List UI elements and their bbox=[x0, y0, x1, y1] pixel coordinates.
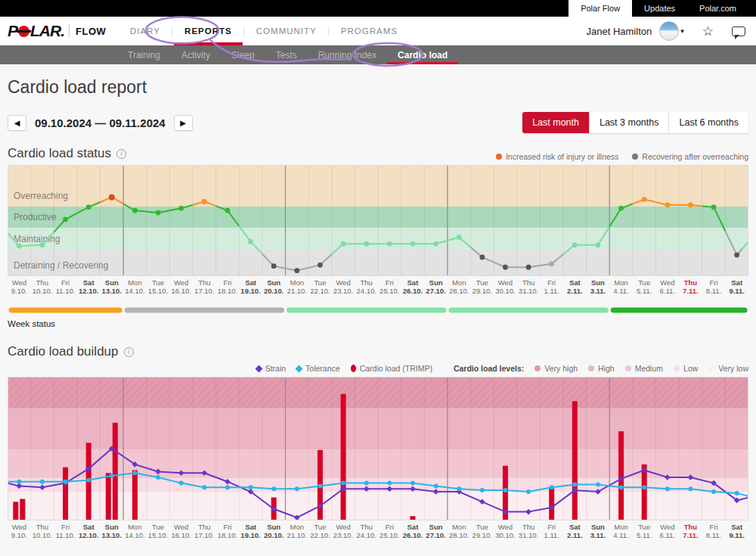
svg-text:Thu: Thu bbox=[522, 523, 534, 531]
medium-dot-icon bbox=[625, 365, 631, 371]
buildup-chart-svg[interactable]: Wed9.10.Thu10.10.Fri11.10.Sat12.10.Sun13… bbox=[8, 377, 748, 540]
svg-text:30.10.: 30.10. bbox=[495, 531, 515, 539]
svg-text:Sun: Sun bbox=[105, 523, 119, 531]
status-chart: OverreachingProductiveMaintainingDetrain… bbox=[8, 165, 748, 300]
svg-text:27.10.: 27.10. bbox=[426, 287, 445, 295]
svg-text:3.11.: 3.11. bbox=[590, 287, 606, 295]
svg-text:Maintaining: Maintaining bbox=[14, 234, 60, 244]
legend-very-low: Very low bbox=[708, 364, 748, 373]
svg-text:14.10.: 14.10. bbox=[125, 531, 144, 539]
subnav-item-sleep[interactable]: Sleep bbox=[221, 45, 265, 64]
legend-tolerance: Tolerance bbox=[296, 364, 340, 373]
svg-text:Fri: Fri bbox=[386, 278, 394, 287]
svg-text:17.10.: 17.10. bbox=[194, 287, 214, 295]
svg-text:11.10.: 11.10. bbox=[56, 287, 76, 295]
svg-text:Sat: Sat bbox=[407, 523, 420, 531]
svg-text:Sun: Sun bbox=[429, 523, 443, 531]
topbar-tab-polar-flow[interactable]: Polar Flow bbox=[569, 0, 632, 17]
svg-text:25.10.: 25.10. bbox=[380, 531, 399, 539]
svg-text:Wed: Wed bbox=[660, 523, 674, 531]
svg-text:31.10.: 31.10. bbox=[519, 531, 538, 539]
low-dot-icon bbox=[674, 365, 680, 371]
svg-text:Fri: Fri bbox=[386, 523, 394, 531]
svg-text:20.10.: 20.10. bbox=[264, 287, 284, 295]
user-name[interactable]: Janet Hamilton bbox=[587, 26, 652, 37]
svg-text:12.10.: 12.10. bbox=[79, 287, 98, 295]
svg-text:13.10.: 13.10. bbox=[102, 287, 122, 295]
svg-text:Tue: Tue bbox=[152, 278, 164, 287]
nav-item-diary[interactable]: DIARY bbox=[119, 17, 171, 45]
svg-text:Sat: Sat bbox=[407, 278, 420, 287]
legend-recovering: Recovering after overreaching bbox=[632, 152, 748, 161]
svg-text:Overreaching: Overreaching bbox=[14, 191, 68, 201]
favorites-star-icon[interactable]: ☆ bbox=[702, 23, 714, 39]
svg-text:Mon: Mon bbox=[128, 523, 141, 531]
svg-text:Sat: Sat bbox=[731, 278, 743, 287]
svg-text:Fri: Fri bbox=[547, 278, 556, 287]
svg-text:Tue: Tue bbox=[638, 278, 650, 287]
avatar[interactable] bbox=[659, 21, 679, 41]
range-last-3-months-button[interactable]: Last 3 months bbox=[589, 112, 669, 133]
nav-item-programs[interactable]: PROGRAMS bbox=[330, 17, 408, 45]
next-period-button[interactable]: ▶ bbox=[174, 115, 193, 131]
info-icon[interactable]: i bbox=[124, 347, 134, 357]
svg-text:Fri: Fri bbox=[61, 523, 70, 531]
status-heading: Cardio load status i bbox=[8, 146, 126, 161]
subnav-item-tests[interactable]: Tests bbox=[265, 45, 308, 64]
subnav-item-training[interactable]: Training bbox=[117, 45, 171, 64]
levels-label: Cardio load levels: bbox=[454, 364, 524, 373]
nav-item-reports[interactable]: REPORTS bbox=[174, 17, 243, 45]
buildup-section-header: Cardio load buildup i bbox=[8, 344, 748, 359]
subnav-item-activity[interactable]: Activity bbox=[171, 45, 221, 64]
nav-item-community[interactable]: COMMUNITY bbox=[246, 17, 327, 45]
svg-text:Sat: Sat bbox=[245, 523, 257, 531]
svg-text:Wed: Wed bbox=[174, 278, 188, 287]
page-content: Cardio load report ◀ 09.10.2024 — 09.11.… bbox=[0, 77, 756, 543]
reports-subnav: Training Activity Sleep Tests Running In… bbox=[0, 45, 756, 64]
range-last-6-months-button[interactable]: Last 6 months bbox=[668, 112, 748, 133]
svg-text:Fri: Fri bbox=[710, 278, 718, 287]
week-status-svg[interactable] bbox=[8, 307, 748, 313]
svg-text:13.10.: 13.10. bbox=[102, 531, 122, 539]
svg-text:Sat: Sat bbox=[569, 523, 581, 531]
subnav-item-running-index[interactable]: Running Index bbox=[308, 45, 387, 64]
svg-text:Wed: Wed bbox=[498, 278, 513, 287]
brand-divider bbox=[69, 24, 70, 38]
svg-text:3.11.: 3.11. bbox=[590, 531, 606, 539]
svg-text:30.10.: 30.10. bbox=[495, 287, 515, 295]
svg-text:22.10.: 22.10. bbox=[310, 287, 330, 295]
svg-text:26.10.: 26.10. bbox=[403, 287, 423, 295]
user-menu[interactable]: ▾ bbox=[659, 21, 684, 41]
svg-text:11.10.: 11.10. bbox=[56, 531, 76, 539]
svg-text:Thu: Thu bbox=[361, 278, 373, 287]
date-range-label: 09.10.2024 — 09.11.2024 bbox=[35, 116, 166, 129]
svg-text:Wed: Wed bbox=[336, 523, 350, 531]
info-icon[interactable]: i bbox=[116, 149, 126, 159]
svg-text:Fri: Fri bbox=[547, 523, 556, 531]
svg-text:Sat: Sat bbox=[731, 523, 743, 531]
status-chart-svg[interactable]: OverreachingProductiveMaintainingDetrain… bbox=[8, 165, 748, 297]
svg-text:16.10.: 16.10. bbox=[171, 287, 191, 295]
svg-text:Fri: Fri bbox=[223, 278, 231, 287]
svg-text:Wed: Wed bbox=[498, 523, 513, 531]
svg-text:22.10.: 22.10. bbox=[310, 531, 330, 539]
svg-text:23.10.: 23.10. bbox=[333, 287, 353, 295]
logo-rest: LAR. bbox=[30, 22, 64, 40]
status-legend: Increased risk of injury or illness Reco… bbox=[496, 152, 748, 161]
feedback-chat-icon[interactable] bbox=[732, 26, 745, 36]
svg-text:10.10.: 10.10. bbox=[33, 531, 52, 539]
prev-period-button[interactable]: ◀ bbox=[8, 115, 26, 131]
svg-text:Sun: Sun bbox=[591, 523, 605, 531]
svg-text:Sun: Sun bbox=[267, 523, 280, 531]
svg-text:28.10.: 28.10. bbox=[449, 287, 469, 295]
topbar-tab-updates[interactable]: Updates bbox=[632, 0, 687, 17]
range-last-month-button[interactable]: Last month bbox=[522, 112, 589, 133]
polar-logo[interactable]: P LAR. FLOW bbox=[8, 17, 119, 45]
svg-text:9.11.: 9.11. bbox=[729, 287, 745, 295]
svg-text:8.11.: 8.11. bbox=[706, 287, 721, 295]
svg-text:Tue: Tue bbox=[314, 523, 326, 531]
topbar-tab-polar-com[interactable]: Polar.com bbox=[687, 0, 748, 17]
subnav-item-cardio-load[interactable]: Cardio load bbox=[387, 45, 458, 64]
svg-text:14.10.: 14.10. bbox=[125, 287, 144, 295]
buildup-legend: Strain Tolerance Cardio load (TRIMP) Car… bbox=[8, 364, 748, 373]
